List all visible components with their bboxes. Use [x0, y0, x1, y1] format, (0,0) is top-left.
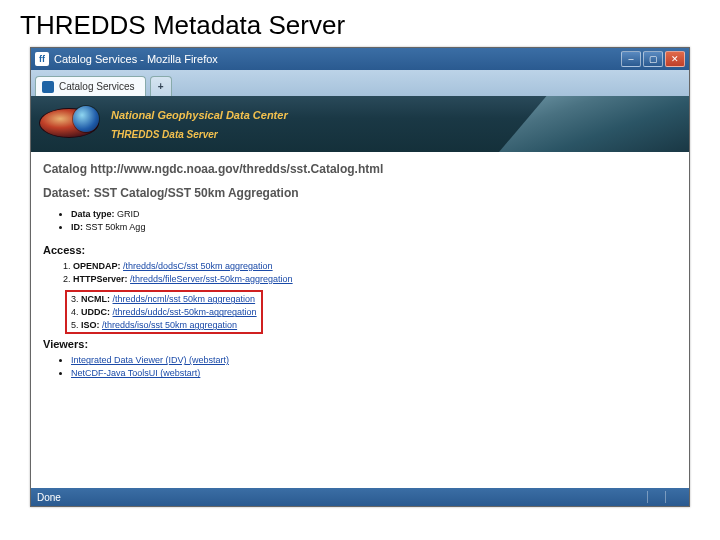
catalog-heading: Catalog http://www.ngdc.noaa.gov/thredds… — [43, 162, 677, 176]
resize-grip-icon[interactable] — [665, 491, 683, 503]
list-item: Data type: GRID — [71, 208, 677, 221]
banner-server-name: THREDDS Data Server — [111, 129, 288, 140]
httpserver-link[interactable]: /thredds/fileServer/sst-50km-aggregation — [130, 274, 293, 284]
iso-link[interactable]: /thredds/iso/sst 50km aggregation — [102, 320, 237, 330]
highlighted-access-items: NCML: /thredds/ncml/sst 50km aggregation… — [65, 290, 263, 334]
tab-catalog-services[interactable]: Catalog Services — [35, 76, 146, 96]
access-list: OPENDAP: /thredds/dodsC/sst 50km aggrega… — [73, 260, 677, 286]
minimize-button[interactable]: – — [621, 51, 641, 67]
viewer-toolsui[interactable]: NetCDF-Java ToolsUI (webstart) — [71, 367, 677, 380]
new-tab-button[interactable]: + — [150, 76, 172, 96]
dataset-meta-list: Data type: GRID ID: SST 50km Agg — [71, 208, 677, 234]
window-titlebar: ff Catalog Services - Mozilla Firefox – … — [31, 48, 689, 70]
viewers-section-title: Viewers: — [43, 338, 677, 350]
close-button[interactable]: ✕ — [665, 51, 685, 67]
uddc-link[interactable]: /thredds/uddc/sst-50km-aggregation — [113, 307, 257, 317]
status-text: Done — [37, 492, 61, 503]
site-banner: National Geophysical Data Center THREDDS… — [31, 96, 689, 152]
ncml-link[interactable]: /thredds/ncml/sst 50km aggregation — [113, 294, 256, 304]
access-section-title: Access: — [43, 244, 677, 256]
firefox-icon: ff — [35, 52, 49, 66]
tab-bar: Catalog Services + — [31, 70, 689, 96]
ngdc-logo-icon — [39, 106, 99, 142]
window-title: Catalog Services - Mozilla Firefox — [54, 53, 218, 65]
page-content: Catalog http://www.ngdc.noaa.gov/thredds… — [31, 152, 689, 488]
viewers-list: Integrated Data Viewer (IDV) (webstart) … — [71, 354, 677, 380]
slide-title: THREDDS Metadata Server — [0, 0, 720, 47]
dataset-heading: Dataset: SST Catalog/SST 50km Aggregatio… — [43, 186, 677, 200]
access-item-iso: ISO: /thredds/iso/sst 50km aggregation — [71, 319, 257, 332]
access-item-httpserver: HTTPServer: /thredds/fileServer/sst-50km… — [73, 273, 677, 286]
viewer-idv[interactable]: Integrated Data Viewer (IDV) (webstart) — [71, 354, 677, 367]
tab-label: Catalog Services — [59, 81, 135, 92]
access-item-uddc: UDDC: /thredds/uddc/sst-50km-aggregation — [71, 306, 257, 319]
access-item-opendap: OPENDAP: /thredds/dodsC/sst 50km aggrega… — [73, 260, 677, 273]
opendap-link[interactable]: /thredds/dodsC/sst 50km aggregation — [123, 261, 273, 271]
maximize-button[interactable]: ▢ — [643, 51, 663, 67]
catalog-url: http://www.ngdc.noaa.gov/thredds/sst.Cat… — [90, 162, 383, 176]
status-segment — [647, 491, 665, 503]
list-item: ID: SST 50km Agg — [71, 221, 677, 234]
browser-window: ff Catalog Services - Mozilla Firefox – … — [30, 47, 690, 507]
status-bar: Done — [31, 488, 689, 506]
tab-favicon-icon — [42, 81, 54, 93]
access-item-ncml: NCML: /thredds/ncml/sst 50km aggregation — [71, 293, 257, 306]
banner-org-name: National Geophysical Data Center — [111, 109, 288, 121]
